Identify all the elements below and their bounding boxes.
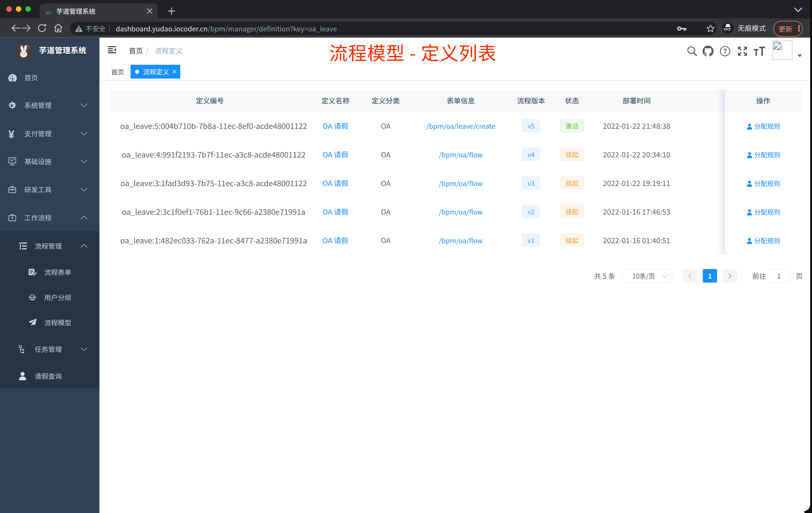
svg-text:?: ? (723, 47, 727, 55)
